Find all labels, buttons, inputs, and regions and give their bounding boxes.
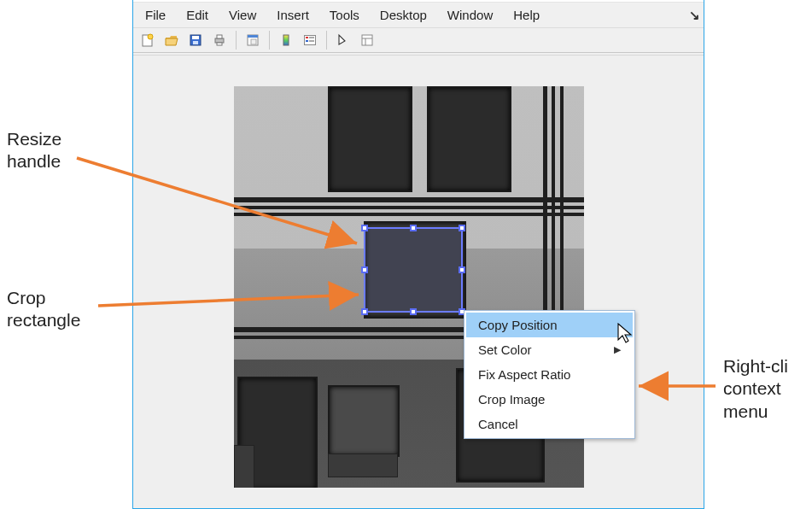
- context-menu-copy-position[interactable]: Copy Position: [466, 313, 633, 337]
- annotation-right-click-menu: Right-cli context menu: [723, 355, 788, 423]
- resize-handle-s[interactable]: [410, 308, 417, 315]
- resize-handle-w[interactable]: [361, 266, 368, 273]
- svg-rect-18: [306, 40, 308, 42]
- insert-legend-button[interactable]: [299, 29, 321, 51]
- toolbar: [133, 27, 704, 53]
- toolbar-separator: [326, 31, 327, 50]
- context-menu-item-label: Cancel: [478, 417, 518, 431]
- save-button[interactable]: [184, 29, 207, 51]
- submenu-arrow-icon: ▶: [614, 344, 621, 355]
- context-menu-fix-aspect-ratio[interactable]: Fix Aspect Ratio: [466, 362, 633, 387]
- resize-handle-e[interactable]: [459, 266, 465, 273]
- open-button[interactable]: [161, 29, 183, 51]
- toolbar-separator: [269, 31, 270, 50]
- menu-view[interactable]: View: [219, 4, 266, 26]
- close-button[interactable]: [658, 0, 698, 2]
- svg-rect-11: [217, 43, 222, 45]
- menu-insert[interactable]: Insert: [266, 4, 319, 26]
- edit-plot-button[interactable]: [332, 29, 354, 51]
- context-menu-item-label: Fix Aspect Ratio: [478, 367, 570, 382]
- menu-tools[interactable]: Tools: [319, 4, 370, 26]
- context-menu: Copy Position Set Color ▶ Fix Aspect Rat…: [464, 310, 635, 439]
- dock-controls-icon[interactable]: ↘: [686, 8, 702, 23]
- resize-handle-ne[interactable]: [459, 225, 465, 231]
- svg-rect-7: [192, 36, 199, 39]
- annotation-resize-handle: Resize handle: [7, 128, 61, 173]
- minimize-button[interactable]: [580, 0, 619, 2]
- crop-rectangle[interactable]: [364, 227, 463, 313]
- context-menu-cancel[interactable]: Cancel: [466, 412, 633, 436]
- resize-handle-sw[interactable]: [361, 308, 368, 315]
- menu-window[interactable]: Window: [437, 4, 503, 26]
- context-menu-set-color[interactable]: Set Color ▶: [466, 337, 633, 362]
- menu-edit[interactable]: Edit: [176, 4, 219, 26]
- print-preview-button[interactable]: [242, 29, 264, 51]
- toolbar-separator: [236, 31, 237, 50]
- menu-desktop[interactable]: Desktop: [370, 4, 437, 26]
- context-menu-item-label: Copy Position: [478, 318, 558, 332]
- svg-rect-14: [251, 39, 256, 44]
- new-figure-button[interactable]: [137, 29, 159, 51]
- svg-rect-8: [193, 41, 198, 44]
- svg-point-5: [148, 34, 153, 39]
- open-property-inspector-button[interactable]: [356, 29, 378, 51]
- print-button[interactable]: [208, 29, 231, 51]
- svg-rect-9: [215, 38, 224, 43]
- context-menu-item-label: Set Color: [478, 342, 532, 357]
- svg-rect-15: [283, 35, 289, 45]
- menu-file[interactable]: File: [135, 4, 176, 26]
- menu-help[interactable]: Help: [503, 4, 550, 26]
- svg-rect-10: [217, 35, 222, 38]
- menubar: File Edit View Insert Tools Desktop Wind…: [133, 2, 704, 27]
- annotation-crop-rectangle: Crop rectangle: [7, 287, 80, 332]
- svg-rect-21: [362, 35, 372, 45]
- svg-rect-13: [248, 35, 258, 38]
- insert-colorbar-button[interactable]: [275, 29, 297, 51]
- resize-handle-n[interactable]: [410, 225, 417, 231]
- context-menu-crop-image[interactable]: Crop Image: [466, 387, 633, 412]
- figure-canvas[interactable]: [133, 55, 704, 508]
- svg-rect-17: [306, 37, 308, 38]
- maximize-button[interactable]: [619, 0, 658, 2]
- context-menu-item-label: Crop Image: [478, 392, 545, 407]
- resize-handle-nw[interactable]: [361, 225, 368, 231]
